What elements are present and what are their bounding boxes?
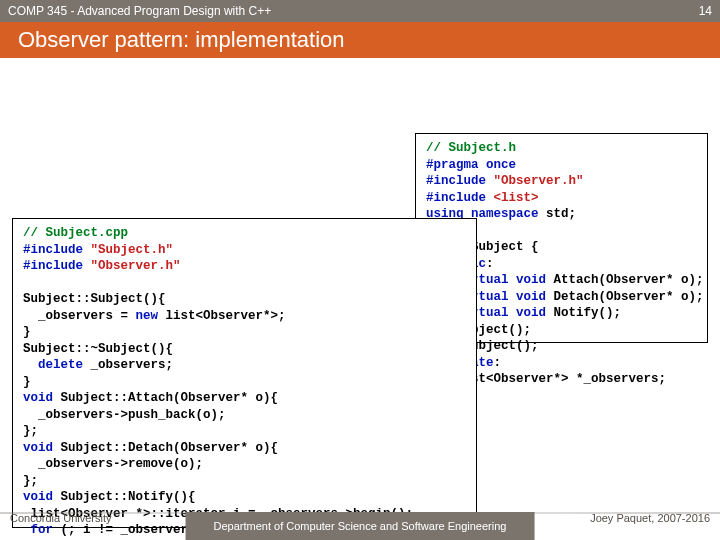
code-line: _observers->remove(o); [23, 456, 466, 473]
title-bar: Observer pattern: implementation [0, 22, 720, 58]
footer: Concordia University Department of Compu… [0, 496, 720, 540]
code-line: _observers->push_back(o); [23, 407, 466, 424]
code-line: Subject::Subject(){ [23, 291, 466, 308]
code-line: #include "Observer.h" [23, 258, 466, 275]
code-line: #include "Observer.h" [426, 173, 697, 190]
code-line: } [23, 324, 466, 341]
code-line: void Subject::Attach(Observer* o){ [23, 390, 466, 407]
code-line: _observers = new list<Observer*>; [23, 308, 466, 325]
code-line: #include <list> [426, 190, 697, 207]
code-line: // Subject.cpp [23, 225, 466, 242]
slide: COMP 345 - Advanced Program Design with … [0, 0, 720, 540]
code-line: }; [23, 473, 466, 490]
code-line: delete _observers; [23, 357, 466, 374]
page-number: 14 [699, 4, 712, 18]
code-line: }; [23, 423, 466, 440]
footer-center: Department of Computer Science and Softw… [186, 512, 535, 540]
code-line: #include "Subject.h" [23, 242, 466, 259]
code-line: #pragma once [426, 157, 697, 174]
code-line: } [23, 374, 466, 391]
code-line: Subject::~Subject(){ [23, 341, 466, 358]
top-bar: COMP 345 - Advanced Program Design with … [0, 0, 720, 22]
code-line: // Subject.h [426, 140, 697, 157]
code-box-subject-cpp: // Subject.cpp#include "Subject.h"#inclu… [12, 218, 477, 528]
course-label: COMP 345 - Advanced Program Design with … [8, 4, 699, 18]
code-line: void Subject::Detach(Observer* o){ [23, 440, 466, 457]
code-line [23, 275, 466, 292]
slide-title: Observer pattern: implementation [18, 27, 345, 53]
